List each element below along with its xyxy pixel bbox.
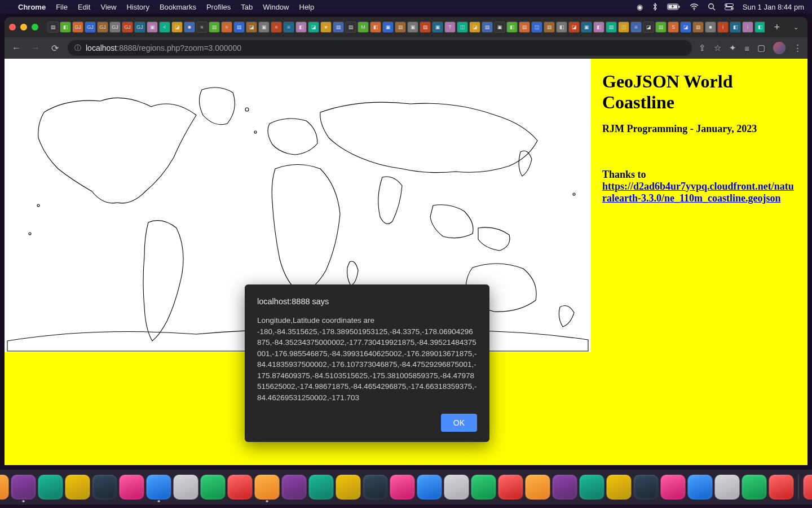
tab-favicon[interactable]: ◧ bbox=[295, 21, 307, 33]
dock-app-icon[interactable] bbox=[201, 475, 226, 500]
site-info-icon[interactable]: ⓘ bbox=[74, 43, 81, 53]
tab-overflow-button[interactable]: ⌄ bbox=[789, 24, 803, 31]
battery-icon[interactable] bbox=[667, 3, 681, 10]
tab-favicon[interactable]: ▣ bbox=[432, 21, 443, 33]
menu-tab[interactable]: Tab bbox=[241, 3, 253, 11]
dock-app-icon[interactable] bbox=[92, 475, 117, 500]
tab-favicon[interactable]: GJ bbox=[97, 21, 108, 33]
tab-favicon[interactable]: ◪ bbox=[568, 21, 580, 33]
screen-record-icon[interactable]: ◉ bbox=[637, 3, 643, 11]
menubar-app-name[interactable]: Chrome bbox=[18, 3, 46, 11]
tab-favicon[interactable]: ▣ bbox=[581, 21, 592, 33]
tab-favicon[interactable]: ▤ bbox=[333, 21, 344, 33]
dock-app-icon[interactable] bbox=[0, 475, 9, 500]
tab-favicon[interactable]: ▤ bbox=[420, 21, 431, 33]
spotlight-icon[interactable] bbox=[708, 3, 716, 11]
tab-favicon[interactable]: ▤ bbox=[209, 21, 220, 33]
alert-ok-button[interactable]: OK bbox=[441, 414, 477, 432]
side-panel-icon[interactable]: ▢ bbox=[757, 43, 765, 53]
bluetooth-icon[interactable] bbox=[652, 3, 658, 11]
tab-favicon[interactable]: ■ bbox=[184, 21, 195, 33]
tab-favicon[interactable]: ◧ bbox=[556, 21, 567, 33]
tab-favicon[interactable]: T bbox=[444, 21, 456, 33]
tab-favicon[interactable]: ▣ bbox=[147, 21, 158, 33]
tab-favicon[interactable]: ◪ bbox=[246, 21, 257, 33]
address-bar[interactable]: ⓘ localhost:8888/regions.php?zoom=3.0000… bbox=[68, 40, 692, 56]
tab-favicon[interactable]: ◧ bbox=[370, 21, 381, 33]
tab-favicon[interactable]: ◧ bbox=[60, 21, 71, 33]
back-button[interactable]: ← bbox=[10, 43, 23, 53]
tab-favicon[interactable]: ▤ bbox=[233, 21, 245, 33]
reading-list-icon[interactable]: ≡ bbox=[744, 43, 749, 53]
share-icon[interactable]: ⇪ bbox=[699, 43, 706, 53]
extensions-icon[interactable]: ✦ bbox=[729, 43, 736, 53]
tab-favicon[interactable]: ◧ bbox=[754, 21, 765, 33]
dock-app-icon[interactable] bbox=[309, 475, 334, 500]
menu-edit[interactable]: Edit bbox=[78, 3, 90, 11]
bookmark-icon[interactable]: ☆ bbox=[714, 43, 721, 53]
tab-favicon[interactable]: ≡ bbox=[196, 21, 208, 33]
tab-favicon[interactable]: ★ bbox=[320, 21, 332, 33]
tab-favicon[interactable]: ≡ bbox=[630, 21, 642, 33]
tab-favicon[interactable]: GJ bbox=[134, 21, 145, 33]
dock-app-icon[interactable] bbox=[526, 475, 550, 500]
tab-favicon[interactable]: GJ bbox=[85, 21, 96, 33]
tab-favicon[interactable]: ▤ bbox=[655, 21, 667, 33]
dock-app-icon[interactable] bbox=[769, 475, 794, 500]
tab-favicon[interactable]: i bbox=[742, 21, 753, 33]
dock-app-icon[interactable] bbox=[688, 475, 713, 500]
window-zoom-button[interactable] bbox=[32, 24, 38, 30]
tab-favicon[interactable]: ▤ bbox=[47, 21, 59, 33]
menu-view[interactable]: View bbox=[100, 3, 116, 11]
menubar-clock[interactable]: Sun 1 Jan 8:44 pm bbox=[743, 3, 804, 11]
dock-app-icon[interactable] bbox=[498, 475, 523, 500]
tab-favicon[interactable]: GJ bbox=[109, 21, 121, 33]
tab-favicon[interactable]: ≡ bbox=[283, 21, 294, 33]
dock-app-icon[interactable] bbox=[174, 475, 198, 500]
dock-app-icon[interactable] bbox=[363, 475, 388, 500]
control-center-icon[interactable] bbox=[725, 3, 734, 10]
menu-history[interactable]: History bbox=[126, 3, 149, 11]
tab-favicon[interactable]: ◫ bbox=[531, 21, 542, 33]
tab-favicon[interactable]: GJ bbox=[122, 21, 133, 33]
dock-right-icon[interactable] bbox=[804, 475, 813, 500]
dock-app-icon[interactable] bbox=[742, 475, 767, 500]
tab-favicon[interactable]: ▤ bbox=[519, 21, 530, 33]
tab-favicon[interactable]: ▤ bbox=[482, 21, 493, 33]
dock-app-icon[interactable] bbox=[580, 475, 604, 500]
dock-app-icon[interactable] bbox=[471, 475, 496, 500]
tab-favicon[interactable]: ▣ bbox=[407, 21, 418, 33]
menu-bookmarks[interactable]: Bookmarks bbox=[160, 3, 196, 11]
tab-favicon[interactable]: ◫ bbox=[618, 21, 629, 33]
dock-app-icon[interactable] bbox=[147, 475, 171, 500]
tab-favicon[interactable]: S bbox=[668, 21, 679, 33]
dock-app-icon[interactable] bbox=[444, 475, 469, 500]
tab-favicon[interactable]: ◪ bbox=[643, 21, 654, 33]
dock-app-icon[interactable] bbox=[120, 475, 144, 500]
menu-window[interactable]: Window bbox=[263, 3, 289, 11]
thanks-link[interactable]: https://d2ad6b4ur7yvpq.cloudfront.net/na… bbox=[602, 181, 794, 204]
dock-app-icon[interactable] bbox=[417, 475, 442, 500]
tab-favicon[interactable]: < bbox=[159, 21, 170, 33]
menu-profiles[interactable]: Profiles bbox=[206, 3, 231, 11]
menu-help[interactable]: Help bbox=[299, 3, 315, 11]
menu-file[interactable]: File bbox=[56, 3, 68, 11]
tab-favicon[interactable]: M bbox=[358, 21, 369, 33]
tab-favicon[interactable]: ≡ bbox=[271, 21, 282, 33]
tab-favicon[interactable]: ■ bbox=[705, 21, 716, 33]
tab-favicon[interactable]: ◫ bbox=[457, 21, 468, 33]
tab-favicon[interactable]: ▣ bbox=[258, 21, 270, 33]
tab-favicon[interactable]: ◧ bbox=[593, 21, 604, 33]
wifi-icon[interactable] bbox=[690, 3, 699, 10]
profile-avatar[interactable] bbox=[773, 42, 785, 54]
tab-favicon[interactable]: ▣ bbox=[494, 21, 505, 33]
dock-app-icon[interactable] bbox=[553, 475, 577, 500]
tab-favicon[interactable]: i bbox=[717, 21, 729, 33]
dock-app-icon[interactable] bbox=[661, 475, 686, 500]
dock-app-icon[interactable] bbox=[11, 475, 36, 500]
dock-app-icon[interactable] bbox=[607, 475, 632, 500]
tab-favicon[interactable]: ▤ bbox=[345, 21, 356, 33]
tab-favicon[interactable]: GJ bbox=[72, 21, 83, 33]
dock-app-icon[interactable] bbox=[336, 475, 361, 500]
tab-favicon[interactable]: ◪ bbox=[680, 21, 691, 33]
